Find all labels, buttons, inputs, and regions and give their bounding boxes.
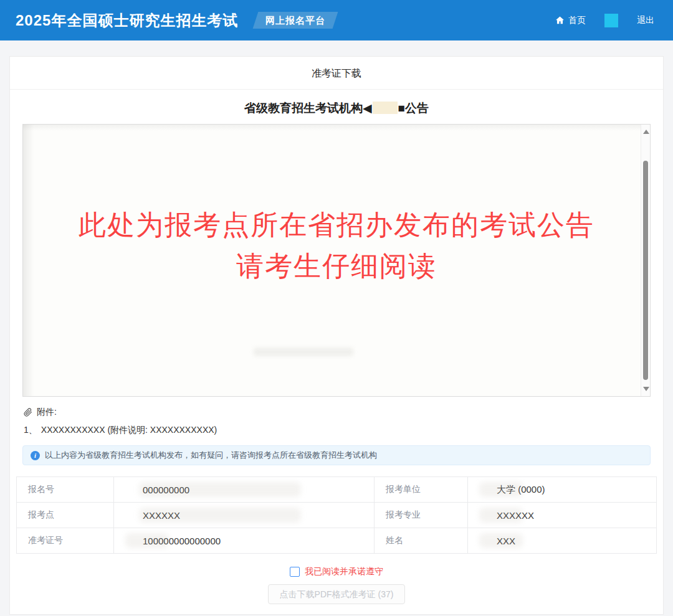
label-baokaodian: 报考点 (17, 503, 114, 528)
notice-body-line1: 此处为报考点所在省招办发布的考试公告 (23, 207, 650, 244)
value-zhunkaozhenghao: 100000000000000 (114, 528, 375, 554)
nav-home[interactable]: 首页 (555, 15, 586, 26)
table-row: 报名号 000000000 报考单位 大学 (0000) (17, 477, 657, 503)
scrollbar[interactable] (641, 125, 650, 396)
scrollbar-thumb[interactable] (643, 161, 648, 380)
faded-scan-artifact (254, 348, 353, 356)
value-baokaodian: XXXXXX (114, 503, 375, 528)
download-row: 点击下载PDF格式准考证 (37) (10, 584, 663, 604)
label-xingming: 姓名 (375, 528, 468, 554)
main-card: 准考证下载 省级教育招生考试机构◀■公告 此处为报考点所在省招办发布的考试公告 … (9, 56, 664, 615)
scan-shadow-top (23, 125, 641, 131)
agreement-label: 我已阅读并承诺遵守 (305, 566, 383, 577)
attachment-item: 1、XXXXXXXXXXX (附件说明: XXXXXXXXXXX) (24, 425, 217, 436)
notice-heading: 省级教育招生考试机构◀■公告 (10, 100, 663, 116)
info-icon: i (31, 451, 40, 460)
nav-logout-label: 退出 (637, 15, 654, 26)
attachments-header: 附件: (24, 407, 57, 418)
home-icon (555, 16, 565, 25)
attachment-index: 1、 (24, 425, 37, 435)
nav-home-label: 首页 (568, 15, 586, 26)
nav-logout[interactable]: 退出 (637, 15, 654, 26)
platform-badge-label: 网上报名平台 (265, 12, 325, 29)
header-bar: 2025年全国硕士研究生招生考试 网上报名平台 首页 退出 (0, 0, 673, 40)
agreement-checkbox[interactable] (290, 567, 300, 577)
table-row: 报考点 XXXXXX 报考专业 XXXXXX (17, 503, 657, 528)
scroll-up-icon[interactable] (643, 130, 649, 134)
info-alert: i 以上内容为省级教育招生考试机构发布，如有疑问，请咨询报考点所在省级教育招生考… (22, 445, 651, 465)
paperclip-icon (24, 408, 32, 417)
announcement-scroll-area[interactable]: 此处为报考点所在省招办发布的考试公告 请考生仔细阅读 (22, 124, 651, 397)
redaction-block (373, 102, 398, 114)
redaction-smudge (479, 508, 523, 523)
platform-badge: 网上报名平台 (253, 12, 338, 29)
table-row: 准考证号 100000000000000 姓名 XXX (17, 528, 657, 554)
value-baokaodanwei: 大学 (0000) (468, 477, 657, 503)
notice-heading-suffix: ■公告 (398, 102, 429, 115)
redaction-smudge (125, 533, 169, 548)
info-alert-text: 以上内容为省级教育招生考试机构发布，如有疑问，请咨询报考点所在省级教育招生考试机… (45, 450, 377, 461)
page-title: 准考证下载 (10, 57, 663, 90)
registration-details-table: 报名号 000000000 报考单位 大学 (0000) 报考点 XXXXXX … (16, 476, 657, 554)
user-square-icon (604, 14, 618, 27)
label-baokaozhuanye: 报考专业 (375, 503, 468, 528)
header-nav: 首页 退出 (555, 0, 654, 40)
notice-body-line2: 请考生仔细阅读 (23, 248, 650, 285)
redaction-smudge (479, 482, 523, 497)
attachments-label: 附件: (37, 407, 57, 418)
scroll-down-icon[interactable] (643, 387, 649, 391)
label-zhunkaozhenghao: 准考证号 (17, 528, 114, 554)
value-xingming: XXX (468, 528, 657, 554)
redaction-smudge (139, 508, 301, 523)
value-baominghao: 000000000 (114, 477, 375, 503)
label-baokaodanwei: 报考单位 (375, 477, 468, 503)
redaction-smudge (139, 482, 301, 497)
notice-heading-prefix: 省级教育招生考试机构◀ (244, 102, 372, 115)
attachment-link[interactable]: XXXXXXXXXXX (附件说明: XXXXXXXXXXX) (41, 425, 217, 435)
label-baominghao: 报名号 (17, 477, 114, 503)
value-baokaozhuanye: XXXXXX (468, 503, 657, 528)
agreement-row: 我已阅读并承诺遵守 (10, 566, 663, 577)
app-title: 2025年全国硕士研究生招生考试 (16, 0, 238, 40)
redaction-smudge (479, 533, 523, 548)
download-pdf-button[interactable]: 点击下载PDF格式准考证 (37) (268, 584, 406, 604)
